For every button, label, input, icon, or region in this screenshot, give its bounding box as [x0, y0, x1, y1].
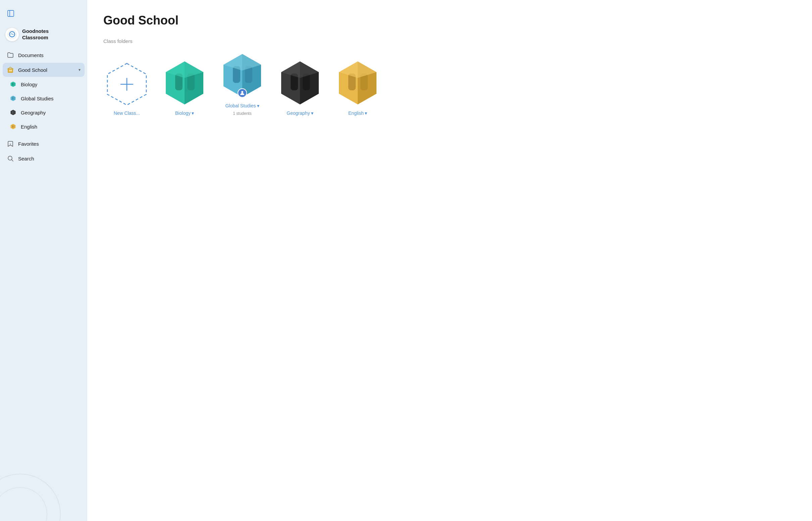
geography-chevron-icon: ▾ [311, 110, 313, 116]
sidebar-item-documents[interactable]: Documents [3, 48, 85, 62]
sidebar-item-biology-label: Biology [21, 82, 37, 87]
sidebar-item-geography[interactable]: Geography [3, 106, 85, 119]
svg-rect-9 [14, 83, 15, 86]
brand-name: GoodnotesClassroom [22, 28, 49, 41]
sidebar-item-favorites[interactable]: Favorites [3, 137, 85, 151]
biology-icon [9, 81, 17, 88]
student-badge [238, 88, 247, 98]
svg-point-36 [241, 91, 243, 93]
section-label: Class folders [103, 38, 796, 44]
svg-rect-18 [14, 125, 15, 128]
svg-rect-11 [12, 97, 13, 100]
sidebar-item-good-school-label: Good School [18, 67, 74, 73]
sidebar-item-global-studies[interactable]: Global Studies [3, 92, 85, 105]
sidebar-item-search-label: Search [18, 156, 80, 161]
geography-icon [9, 109, 17, 116]
sidebar-item-good-school[interactable]: Good School ▾ [3, 63, 85, 77]
global-studies-hex-container [219, 52, 266, 100]
biology-hex-container [161, 60, 208, 108]
biology-chevron-icon: ▾ [192, 110, 194, 116]
global-studies-card[interactable]: Global Studies ▾ 1 students [219, 52, 266, 116]
sidebar-item-documents-label: Documents [18, 52, 80, 58]
global-studies-chevron-icon: ▾ [257, 103, 259, 109]
english-icon [9, 123, 17, 130]
svg-rect-12 [14, 97, 15, 100]
good-school-chevron-icon: ▾ [78, 67, 80, 72]
new-class-card[interactable]: New Class... [103, 61, 150, 116]
search-icon [7, 155, 14, 162]
svg-rect-15 [14, 111, 15, 114]
geography-card-label: Geography ▾ [287, 110, 313, 116]
new-class-hex [103, 61, 150, 108]
global-studies-students: 1 students [233, 111, 251, 116]
global-studies-icon [9, 95, 17, 102]
sidebar-item-english[interactable]: English [3, 120, 85, 133]
svg-rect-17 [12, 125, 13, 128]
sidebar-item-english-label: English [21, 124, 37, 130]
sidebar-toggle-button[interactable] [5, 8, 16, 20]
sidebar-item-search[interactable]: Search [3, 152, 85, 165]
svg-rect-0 [8, 10, 14, 17]
english-chevron-icon: ▾ [365, 110, 367, 116]
main-content: Good School Class folders New Class... [87, 0, 812, 521]
english-card[interactable]: English ▾ [334, 60, 381, 116]
svg-rect-14 [12, 111, 13, 114]
biology-card[interactable]: Biology ▾ [161, 60, 208, 116]
brand: GoodnotesClassroom [0, 25, 87, 48]
favorites-icon [7, 140, 14, 148]
svg-rect-8 [12, 83, 13, 86]
page-title: Good School [103, 14, 796, 27]
biology-card-label: Biology ▾ [175, 110, 194, 116]
class-grid: New Class... Biology ▾ [103, 52, 796, 116]
svg-line-20 [12, 160, 14, 161]
sidebar-item-geography-label: Geography [21, 110, 46, 115]
sidebar-item-global-studies-label: Global Studies [21, 96, 54, 101]
brand-logo [5, 28, 19, 41]
geography-card[interactable]: Geography ▾ [277, 60, 324, 116]
sidebar-item-favorites-label: Favorites [18, 141, 80, 147]
global-studies-card-label: Global Studies ▾ [225, 103, 259, 109]
new-class-label: New Class... [114, 110, 140, 116]
svg-rect-5 [9, 70, 10, 71]
school-icon [7, 66, 14, 73]
sidebar-toggle-area [0, 5, 87, 25]
english-card-label: English ▾ [348, 110, 367, 116]
sidebar: GoodnotesClassroom Documents [0, 0, 87, 521]
folder-icon [7, 51, 14, 59]
english-hex-container [334, 60, 381, 108]
nav-section: Documents Good School ▾ [0, 48, 87, 516]
sidebar-item-biology[interactable]: Biology [3, 77, 85, 91]
svg-rect-6 [11, 70, 12, 71]
geography-hex-container [277, 60, 324, 108]
